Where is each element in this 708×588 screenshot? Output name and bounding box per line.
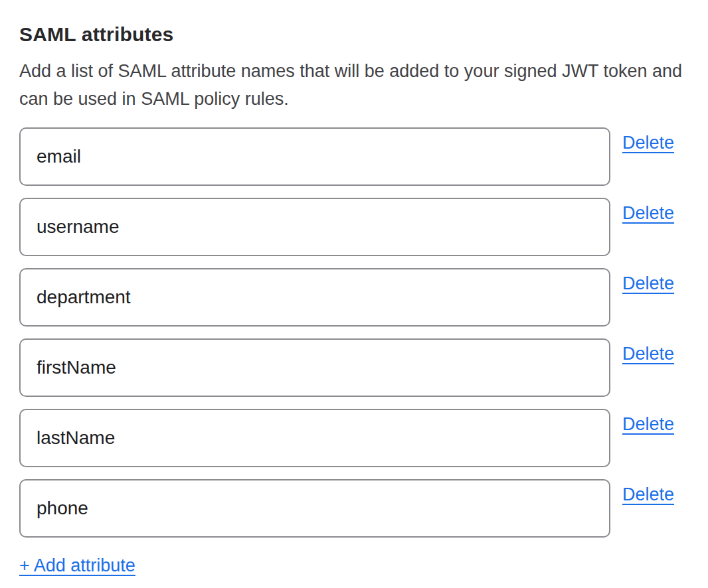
saml-attributes-section: SAML attributes Add a list of SAML attri…: [0, 0, 708, 575]
attribute-row: Delete: [19, 268, 689, 327]
delete-attribute-link-email[interactable]: Delete: [622, 133, 674, 153]
attribute-input-department[interactable]: [19, 268, 610, 327]
attribute-row: Delete: [19, 127, 689, 186]
section-description: Add a list of SAML attribute names that …: [19, 57, 689, 113]
section-title: SAML attributes: [19, 24, 689, 45]
attribute-input-phone[interactable]: [19, 479, 610, 538]
delete-attribute-link-department[interactable]: Delete: [622, 273, 674, 293]
add-attribute-link[interactable]: + Add attribute: [19, 555, 135, 575]
delete-attribute-link-phone[interactable]: Delete: [622, 484, 674, 504]
attribute-input-email[interactable]: [19, 127, 610, 186]
attribute-row: Delete: [19, 338, 689, 397]
attribute-row: Delete: [19, 479, 689, 538]
attribute-row: Delete: [19, 409, 689, 467]
attribute-input-lastName[interactable]: [19, 409, 610, 467]
attribute-list: DeleteDeleteDeleteDeleteDeleteDelete: [19, 127, 689, 538]
attribute-input-username[interactable]: [19, 198, 610, 256]
delete-attribute-link-username[interactable]: Delete: [622, 203, 674, 223]
delete-attribute-link-firstName[interactable]: Delete: [622, 344, 674, 364]
attribute-input-firstName[interactable]: [19, 338, 610, 397]
attribute-row: Delete: [19, 198, 689, 256]
delete-attribute-link-lastName[interactable]: Delete: [622, 414, 674, 434]
